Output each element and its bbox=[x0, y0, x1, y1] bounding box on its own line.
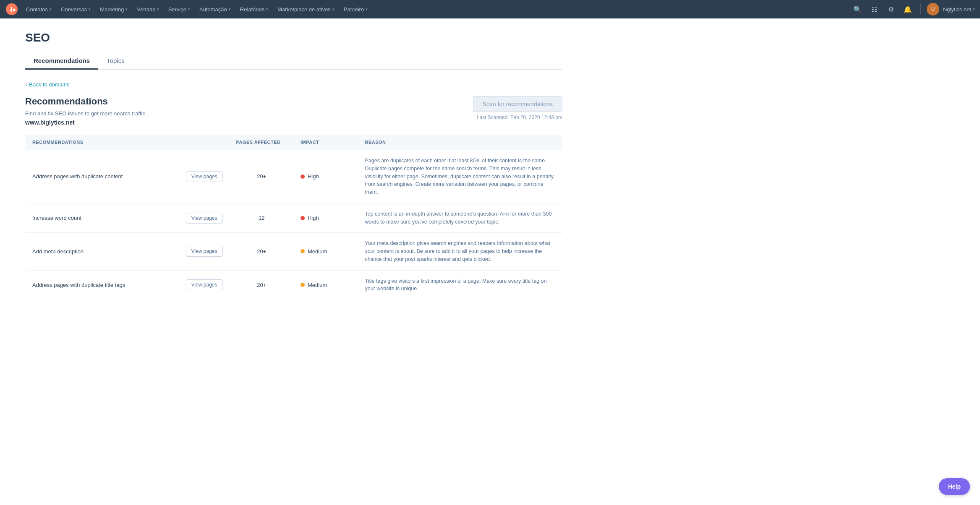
table-row: Address pages with duplicate content Vie… bbox=[26, 150, 562, 203]
last-scanned-text: Last Scanned: Feb 20, 2020 12:43 pm bbox=[473, 115, 562, 120]
reason-text-2: Your meta description gives search engin… bbox=[365, 239, 555, 263]
impact-cell-1: High bbox=[294, 203, 358, 233]
reason-text-1: Top content is an in-depth answer to som… bbox=[365, 210, 555, 226]
nav-marketplace[interactable]: Marketplace de ativos ▾ bbox=[273, 4, 338, 15]
nav-chevron-icon: ▾ bbox=[157, 7, 159, 11]
nav-parceiro[interactable]: Parceiro ▾ bbox=[340, 4, 372, 15]
nav-chevron-icon: ▾ bbox=[266, 7, 268, 11]
pages-affected-cell-3: 20+ bbox=[230, 270, 294, 300]
rec-cell-2: Add meta description View pages bbox=[26, 233, 230, 270]
nav-vendas[interactable]: Vendas ▾ bbox=[133, 4, 163, 15]
rec-cell-1: Increase word count View pages bbox=[26, 203, 230, 233]
nav-chevron-icon: ▾ bbox=[332, 7, 335, 11]
col-header-reason: REASON bbox=[358, 135, 562, 150]
recommendations-title: Recommendations bbox=[25, 96, 147, 107]
nav-chevron-icon: ▾ bbox=[89, 7, 91, 11]
top-navigation: Contatos ▾ Conversas ▾ Marketing ▾ Venda… bbox=[0, 0, 980, 18]
nav-relatorios[interactable]: Relatórios ▾ bbox=[236, 4, 273, 15]
table-row: Add meta description View pages 20+ Medi… bbox=[26, 233, 562, 270]
recommendations-left: Recommendations Find and fix SEO issues … bbox=[25, 96, 147, 126]
page-title: SEO bbox=[25, 31, 562, 44]
nav-servico[interactable]: Serviço ▾ bbox=[164, 4, 194, 15]
avatar[interactable]: U bbox=[927, 3, 939, 16]
impact-label-0: High bbox=[308, 173, 319, 180]
reason-cell-3: Title tags give visitors a first impress… bbox=[358, 270, 562, 300]
rec-label-0: Address pages with duplicate content bbox=[32, 173, 181, 180]
nav-chevron-icon: ▾ bbox=[188, 7, 190, 11]
nav-marketing[interactable]: Marketing ▾ bbox=[96, 4, 132, 15]
impact-label-2: Medium bbox=[308, 248, 327, 255]
nav-conversas[interactable]: Conversas ▾ bbox=[57, 4, 95, 15]
impact-cell-0: High bbox=[294, 150, 358, 203]
pages-affected-cell-1: 12 bbox=[230, 203, 294, 233]
table-header: RECOMMENDATIONS PAGES AFFECTED IMPACT RE… bbox=[26, 135, 562, 150]
impact-cell-2: Medium bbox=[294, 233, 358, 270]
rec-cell-3: Address pages with duplicate title tags … bbox=[26, 270, 230, 300]
table-header-row: RECOMMENDATIONS PAGES AFFECTED IMPACT RE… bbox=[26, 135, 562, 150]
page-content: SEO Recommendations Topics ‹ Back to dom… bbox=[0, 18, 588, 312]
impact-dot-1 bbox=[301, 216, 305, 220]
table-row: Increase word count View pages 12 High T… bbox=[26, 203, 562, 233]
recommendations-subtitle: Find and fix SEO issues to get more sear… bbox=[25, 110, 147, 117]
nav-automacao[interactable]: Automação ▾ bbox=[195, 4, 235, 15]
table-row: Address pages with duplicate title tags … bbox=[26, 270, 562, 300]
tab-topics[interactable]: Topics bbox=[98, 53, 133, 70]
view-pages-button-0[interactable]: View pages bbox=[186, 171, 223, 182]
recommendations-table: RECOMMENDATIONS PAGES AFFECTED IMPACT RE… bbox=[25, 134, 562, 300]
impact-dot-3 bbox=[301, 283, 305, 287]
table-body: Address pages with duplicate content Vie… bbox=[26, 150, 562, 300]
pages-affected-cell-2: 20+ bbox=[230, 233, 294, 270]
recommendations-domain: www.biglytics.net bbox=[25, 119, 147, 126]
view-pages-button-1[interactable]: View pages bbox=[186, 213, 223, 224]
impact-dot-2 bbox=[301, 249, 305, 253]
reason-cell-2: Your meta description gives search engin… bbox=[358, 233, 562, 270]
nav-contatos[interactable]: Contatos ▾ bbox=[22, 4, 56, 15]
impact-label-3: Medium bbox=[308, 282, 327, 288]
reason-text-3: Title tags give visitors a first impress… bbox=[365, 277, 555, 293]
impact-label-1: High bbox=[308, 215, 319, 221]
nav-chevron-icon: ▾ bbox=[125, 7, 128, 11]
scan-for-recommendations-button[interactable]: Scan for recommendations bbox=[473, 96, 562, 112]
nav-divider bbox=[920, 4, 921, 14]
reason-cell-1: Top content is an in-depth answer to som… bbox=[358, 203, 562, 233]
reason-cell-0: Pages are duplicates of each other if at… bbox=[358, 150, 562, 203]
scan-area: Scan for recommendations Last Scanned: F… bbox=[473, 96, 562, 120]
rec-label-1: Increase word count bbox=[32, 215, 181, 221]
hubspot-logo[interactable] bbox=[5, 3, 18, 16]
domain-chevron-icon: ▾ bbox=[973, 7, 975, 11]
rec-cell-0: Address pages with duplicate content Vie… bbox=[26, 150, 230, 203]
view-pages-button-2[interactable]: View pages bbox=[186, 246, 223, 257]
recommendations-header: Recommendations Find and fix SEO issues … bbox=[25, 96, 562, 126]
nav-domain[interactable]: biglytics.net ▾ bbox=[943, 6, 975, 13]
view-pages-button-3[interactable]: View pages bbox=[186, 279, 223, 290]
nav-right-area: 🔍 ☷ ⚙ 🔔 U biglytics.net ▾ bbox=[851, 3, 975, 16]
nav-chevron-icon: ▾ bbox=[366, 7, 368, 11]
col-header-pages: PAGES AFFECTED bbox=[230, 135, 294, 150]
pages-affected-cell-0: 20+ bbox=[230, 150, 294, 203]
tab-recommendations[interactable]: Recommendations bbox=[25, 53, 98, 70]
rec-label-3: Address pages with duplicate title tags bbox=[32, 282, 181, 288]
chevron-left-icon: ‹ bbox=[25, 81, 27, 88]
nav-chevron-icon: ▾ bbox=[50, 7, 52, 11]
nav-items: Contatos ▾ Conversas ▾ Marketing ▾ Venda… bbox=[22, 4, 851, 15]
impact-cell-3: Medium bbox=[294, 270, 358, 300]
rec-label-2: Add meta description bbox=[32, 248, 181, 255]
search-icon[interactable]: 🔍 bbox=[851, 3, 864, 16]
col-header-recommendations: RECOMMENDATIONS bbox=[26, 135, 230, 150]
impact-dot-0 bbox=[301, 174, 305, 179]
tabs: Recommendations Topics bbox=[25, 53, 562, 70]
nav-chevron-icon: ▾ bbox=[229, 7, 231, 11]
marketplace-icon[interactable]: ☷ bbox=[868, 3, 881, 16]
col-header-impact: IMPACT bbox=[294, 135, 358, 150]
svg-point-1 bbox=[13, 9, 16, 11]
settings-icon[interactable]: ⚙ bbox=[884, 3, 898, 16]
notifications-icon[interactable]: 🔔 bbox=[901, 3, 915, 16]
reason-text-0: Pages are duplicates of each other if at… bbox=[365, 157, 555, 196]
back-to-domains-link[interactable]: ‹ Back to domains bbox=[25, 81, 69, 88]
